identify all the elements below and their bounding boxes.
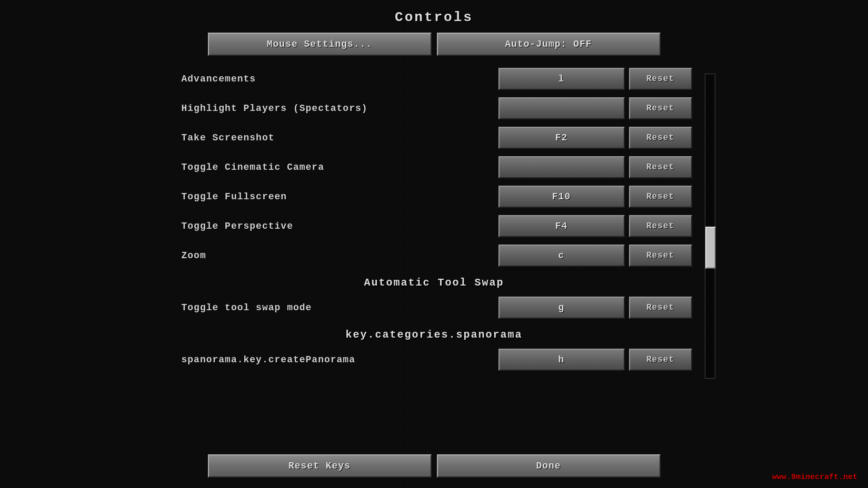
control-row: spanorama.key.createPanoramahReset <box>176 345 692 374</box>
reset-key-button[interactable]: Reset <box>629 186 692 208</box>
reset-key-button[interactable]: Reset <box>629 215 692 237</box>
reset-key-button[interactable]: Reset <box>629 68 692 90</box>
reset-key-button[interactable]: Reset <box>629 297 692 319</box>
key-binding-button[interactable]: c <box>498 245 625 267</box>
reset-key-button[interactable]: Reset <box>629 245 692 267</box>
section-header: key.categories.spanorama <box>176 322 692 345</box>
bottom-buttons-row: Reset Keys Done <box>208 454 661 477</box>
scrollbar[interactable] <box>705 74 715 379</box>
reset-key-button[interactable]: Reset <box>629 349 692 371</box>
key-binding-button[interactable]: F2 <box>498 127 625 149</box>
control-label: Zoom <box>176 250 498 261</box>
control-row: Highlight Players (Spectators) Reset <box>176 94 692 123</box>
key-binding-button[interactable] <box>498 97 625 119</box>
done-button[interactable]: Done <box>437 454 661 477</box>
control-label: Toggle Fullscreen <box>176 191 498 202</box>
control-row: AdvancementslReset <box>176 64 692 94</box>
reset-key-button[interactable]: Reset <box>629 127 692 149</box>
top-buttons-row: Mouse Settings... Auto-Jump: OFF <box>208 33 661 56</box>
control-label: spanorama.key.createPanorama <box>176 354 498 365</box>
control-label: Toggle Perspective <box>176 221 498 231</box>
control-row: Toggle FullscreenF10Reset <box>176 182 692 211</box>
control-label: Advancements <box>176 74 498 84</box>
mouse-settings-button[interactable]: Mouse Settings... <box>208 33 432 56</box>
control-label: Highlight Players (Spectators) <box>176 103 498 114</box>
key-binding-button[interactable]: h <box>498 349 625 371</box>
key-binding-button[interactable]: F4 <box>498 215 625 237</box>
reset-key-button[interactable]: Reset <box>629 97 692 119</box>
reset-key-button[interactable]: Reset <box>629 156 692 178</box>
scrollbar-thumb[interactable] <box>705 227 716 269</box>
control-row: Toggle PerspectiveF4Reset <box>176 211 692 241</box>
controls-list: AdvancementslResetHighlight Players (Spe… <box>176 64 692 449</box>
control-row: Take ScreenshotF2Reset <box>176 123 692 152</box>
reset-keys-button[interactable]: Reset Keys <box>208 454 432 477</box>
control-label: Toggle tool swap mode <box>176 302 498 313</box>
page-container: Controls Mouse Settings... Auto-Jump: OF… <box>0 0 868 488</box>
control-row: Toggle Cinematic Camera Reset <box>176 152 692 182</box>
control-row: ZoomcReset <box>176 241 692 270</box>
control-row: Toggle tool swap modegReset <box>176 293 692 322</box>
control-label: Toggle Cinematic Camera <box>176 162 498 172</box>
key-binding-button[interactable]: F10 <box>498 186 625 208</box>
watermark: www.9minecraft.net <box>772 473 857 482</box>
control-label: Take Screenshot <box>176 133 498 143</box>
key-binding-button[interactable]: l <box>498 68 625 90</box>
page-title: Controls <box>395 9 473 25</box>
key-binding-button[interactable] <box>498 156 625 178</box>
section-header: Automatic Tool Swap <box>176 270 692 293</box>
key-binding-button[interactable]: g <box>498 297 625 319</box>
auto-jump-button[interactable]: Auto-Jump: OFF <box>437 33 661 56</box>
